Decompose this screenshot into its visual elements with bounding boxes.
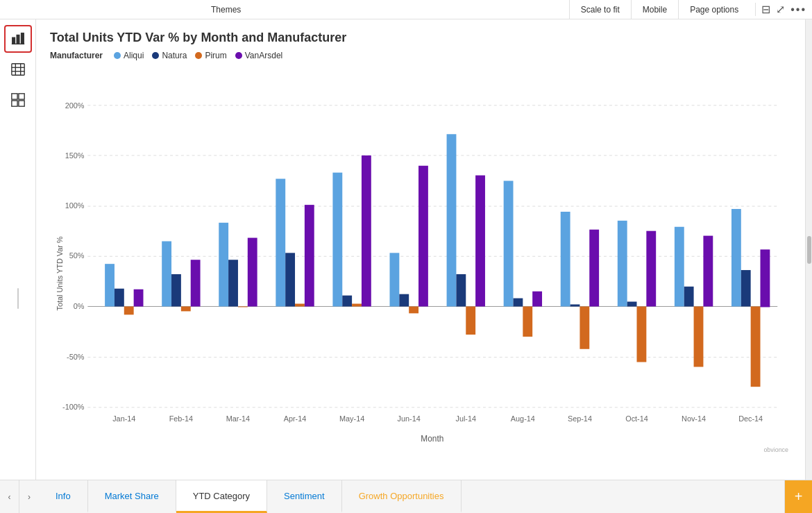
- svg-rect-35: [191, 260, 201, 306]
- svg-text:100%: 100%: [65, 201, 85, 210]
- svg-rect-73: [741, 270, 751, 306]
- svg-text:0%: 0%: [74, 302, 85, 310]
- svg-rect-11: [11, 101, 17, 106]
- svg-text:Apr-14: Apr-14: [284, 414, 307, 423]
- svg-rect-49: [399, 294, 409, 307]
- svg-rect-65: [627, 302, 637, 307]
- svg-rect-52: [447, 134, 457, 306]
- svg-rect-4: [11, 64, 24, 76]
- tab-info[interactable]: Info: [39, 480, 88, 513]
- svg-rect-1: [17, 35, 19, 44]
- tab-add-button[interactable]: +: [784, 480, 812, 513]
- aliqui-dot: [114, 52, 121, 59]
- chart-container: Total Units YTD Var % by Month and Manuf…: [36, 19, 805, 480]
- svg-rect-41: [285, 253, 295, 306]
- scale-to-fit-button[interactable]: Scale to fit: [569, 0, 631, 19]
- legend-item-pirum: Pirum: [195, 51, 226, 60]
- tab-growth-opportunities[interactable]: Growth Opportunities: [342, 480, 462, 513]
- svg-rect-62: [580, 306, 589, 348]
- page-options-button[interactable]: Page options: [678, 0, 750, 19]
- natura-dot: [152, 52, 159, 59]
- svg-rect-50: [409, 306, 418, 313]
- svg-text:200%: 200%: [65, 101, 85, 110]
- svg-text:obvionce: obvionce: [763, 446, 788, 453]
- svg-rect-45: [342, 296, 352, 307]
- tab-sentiment[interactable]: Sentiment: [267, 480, 342, 513]
- svg-rect-66: [637, 306, 647, 362]
- chart-title: Total Units YTD Var % by Month and Manuf…: [50, 31, 791, 45]
- svg-rect-12: [18, 101, 24, 106]
- legend-item-aliqui: Aliqui: [114, 51, 144, 60]
- svg-text:Dec-14: Dec-14: [738, 414, 763, 423]
- tab-market-share[interactable]: Market Share: [88, 480, 176, 513]
- svg-text:Sep-14: Sep-14: [568, 414, 592, 423]
- svg-text:Month: Month: [421, 434, 443, 444]
- svg-text:-100%: -100%: [62, 403, 85, 411]
- svg-rect-57: [514, 298, 523, 307]
- svg-rect-56: [504, 181, 514, 307]
- legend-label: Manufacturer: [50, 51, 103, 60]
- svg-text:Aug-14: Aug-14: [511, 414, 535, 423]
- svg-rect-28: [105, 264, 115, 306]
- svg-rect-42: [295, 304, 305, 307]
- svg-rect-0: [12, 37, 15, 44]
- svg-text:Oct-14: Oct-14: [625, 414, 648, 423]
- svg-rect-72: [731, 209, 741, 306]
- sidebar-barchart-icon[interactable]: [4, 25, 32, 53]
- svg-text:Jan-14: Jan-14: [112, 414, 135, 423]
- svg-text:50%: 50%: [69, 251, 85, 260]
- tab-next-button[interactable]: ›: [19, 480, 39, 513]
- bottom-tabs: ‹ › Info Market Share YTD Category Senti…: [0, 480, 812, 513]
- svg-text:150%: 150%: [65, 151, 85, 160]
- sidebar-matrix-icon[interactable]: [4, 86, 32, 114]
- tab-ytd-category[interactable]: YTD Category: [176, 480, 267, 513]
- svg-text:Feb-14: Feb-14: [169, 414, 193, 423]
- svg-rect-40: [276, 179, 285, 307]
- drag-handle: [17, 288, 19, 309]
- svg-rect-54: [466, 306, 475, 335]
- focus-icon[interactable]: ⤢: [776, 3, 785, 16]
- svg-rect-53: [456, 274, 466, 306]
- svg-text:-50%: -50%: [67, 353, 85, 361]
- svg-rect-55: [475, 176, 485, 307]
- legend-natura-text: Natura: [162, 51, 187, 60]
- svg-text:Jun-14: Jun-14: [398, 414, 421, 423]
- legend-aliqui-text: Aliqui: [124, 51, 144, 60]
- svg-rect-67: [646, 231, 656, 307]
- svg-rect-34: [181, 306, 191, 311]
- svg-rect-58: [523, 306, 532, 337]
- y-axis-label: Total Units YTD Var %: [56, 236, 64, 310]
- svg-rect-70: [694, 306, 704, 367]
- svg-rect-60: [561, 212, 570, 306]
- svg-rect-31: [134, 289, 144, 307]
- svg-rect-38: [238, 306, 248, 307]
- svg-rect-47: [362, 155, 371, 307]
- themes-button[interactable]: Themes: [200, 0, 252, 19]
- mobile-button[interactable]: Mobile: [631, 0, 678, 19]
- legend-pirum-text: Pirum: [205, 51, 226, 60]
- main-chart-svg: Total Units YTD Var %: [50, 67, 791, 480]
- chart-legend: Manufacturer Aliqui Natura Pirum VanArsd…: [50, 51, 791, 60]
- svg-text:May-14: May-14: [339, 414, 364, 423]
- legend-item-vanarsdel: VanArsdel: [235, 51, 282, 60]
- svg-rect-59: [532, 292, 542, 307]
- filter-icon[interactable]: ⊟: [761, 3, 770, 16]
- sidebar-table-icon[interactable]: [4, 56, 32, 83]
- svg-rect-74: [751, 306, 761, 387]
- scroll-thumb[interactable]: [807, 236, 811, 264]
- chart-svg-wrapper: Total Units YTD Var %: [50, 67, 791, 480]
- tab-prev-button[interactable]: ‹: [0, 480, 19, 513]
- more-options-icon[interactable]: •••: [790, 3, 806, 16]
- svg-rect-9: [11, 94, 17, 99]
- svg-rect-71: [703, 236, 713, 307]
- right-scrollbar[interactable]: [805, 19, 812, 480]
- svg-rect-61: [570, 305, 580, 307]
- top-toolbar: Themes Scale to fit Mobile Page options …: [0, 0, 812, 19]
- svg-rect-75: [761, 249, 770, 307]
- pirum-dot: [195, 52, 202, 59]
- svg-rect-36: [219, 223, 228, 307]
- svg-rect-51: [418, 166, 428, 307]
- svg-rect-43: [305, 205, 314, 306]
- svg-rect-30: [124, 306, 134, 314]
- sidebar: [0, 19, 36, 480]
